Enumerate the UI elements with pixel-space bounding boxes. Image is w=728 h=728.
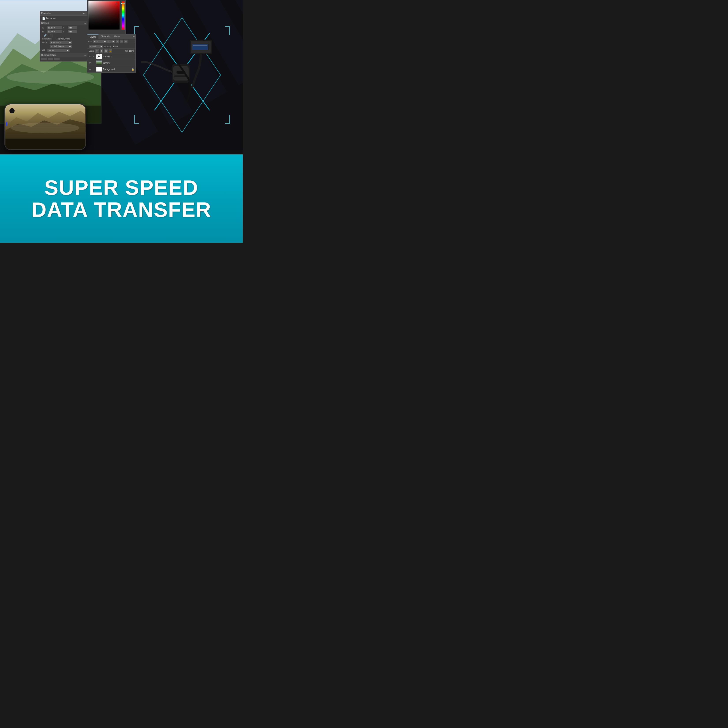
properties-title: Properties	[41, 12, 51, 15]
thumbnail-curves	[96, 54, 102, 59]
pixel-filter-btn[interactable]: ⬚	[107, 40, 111, 43]
svg-rect-40	[193, 44, 208, 50]
eye-icon-background[interactable]: 👁	[89, 68, 91, 70]
fill-value: 100%	[129, 50, 134, 52]
tab-layers[interactable]: Layers	[87, 34, 98, 39]
tab-paths[interactable]: Paths	[112, 34, 122, 39]
layers-tabs: Layers Channels Paths ≡	[87, 34, 135, 39]
tab-channels[interactable]: Channels	[98, 34, 112, 39]
svg-rect-41	[193, 45, 207, 46]
color-gradient-picker[interactable]	[88, 1, 120, 30]
y-label: Y	[63, 31, 67, 33]
height-input[interactable]	[47, 30, 62, 33]
title-line1: SUPER SPEED	[44, 177, 198, 198]
fill-label: Fill:	[125, 50, 128, 52]
layer-name-background: Background	[103, 68, 130, 70]
fill-dropdown[interactable]: White	[47, 49, 69, 52]
layer-name-layer1: Layer 1	[103, 62, 134, 64]
rulers-content	[40, 57, 87, 61]
adjustment-filter-btn[interactable]: ◑	[112, 40, 115, 43]
fx-icon-background	[92, 68, 95, 70]
kind-label: Kind	[88, 40, 92, 43]
svg-rect-20	[98, 54, 99, 55]
width-label: W	[42, 27, 47, 29]
resolution-label: Resolution:	[42, 38, 55, 40]
svg-point-32	[9, 108, 15, 113]
mode-dropdown[interactable]: RGB Color	[50, 41, 72, 44]
height-label: H	[42, 31, 47, 33]
layer-item-background[interactable]: 👁 Background 🔒	[87, 66, 135, 73]
fill-row: Fill White	[41, 48, 86, 52]
lock-all-btn[interactable]: 🔒	[109, 49, 112, 53]
led-indicator	[6, 122, 7, 126]
document-row: 📄 Document	[41, 17, 86, 20]
bits-row: 8 Bits/Channel	[41, 44, 86, 48]
y-input[interactable]	[68, 30, 77, 33]
resolution-value: 72 pixels/inch	[56, 38, 70, 40]
layers-toolbar: Kind Kind ⬚ ◑ T ▭ ◎	[87, 39, 135, 44]
layers-panel: Layers Channels Paths ≡ Kind Kind ⬚ ◑ T …	[87, 34, 136, 73]
dimensions-row: W X	[41, 26, 86, 30]
canvas-section-header: Canvas ▴	[40, 21, 87, 25]
bits-dropdown[interactable]: 8 Bits/Channel	[50, 45, 72, 48]
link-row: 🔗 ⬚ ⬛	[41, 34, 86, 37]
svg-rect-25	[96, 61, 102, 65]
svg-rect-21	[99, 54, 100, 55]
thumbnail-layer1	[96, 60, 102, 65]
opacity-label: Opacity:	[104, 45, 112, 47]
color-picker-panel	[87, 0, 126, 34]
rulers-grids-label: Rulers & Grids	[41, 54, 56, 56]
hue-slider[interactable]	[122, 1, 125, 30]
svg-rect-26	[96, 67, 102, 72]
layer-name-curves: Curves 1	[103, 55, 134, 58]
lock-artboard-btn[interactable]: ⊞	[104, 49, 108, 53]
properties-panel: Properties » ≡ 📄 Document Canvas ▴ W X H	[40, 11, 87, 61]
opacity-value: 100%	[113, 45, 118, 47]
smart-filter-btn[interactable]: ◎	[124, 40, 127, 43]
collapse-icon: ▴	[84, 22, 86, 24]
width-input[interactable]	[47, 26, 62, 29]
smartphone	[5, 104, 86, 150]
smartphone-screen	[5, 104, 86, 149]
svg-rect-31	[6, 139, 85, 149]
x-label: X	[63, 27, 67, 29]
height-row: H Y	[41, 30, 86, 34]
fx-icon-layer1	[92, 61, 95, 64]
svg-rect-23	[96, 55, 98, 57]
canvas-content: W X H Y 🔗 ⬚ ⬛ Resolution: 72 pixels/inch	[40, 25, 87, 53]
kind-dropdown[interactable]: Kind	[93, 40, 107, 43]
document-label: Document	[46, 17, 56, 20]
locks-label: Locks:	[89, 50, 95, 52]
eye-icon-layer1[interactable]: 👁	[89, 61, 91, 64]
layers-locks-row: Locks: ⬚ ✥ ⊞ 🔒 Fill: 100%	[87, 49, 135, 54]
usb-connector-area	[135, 22, 234, 121]
gradient-inner	[89, 2, 119, 29]
lock-pixel-btn[interactable]: ⬚	[95, 49, 99, 53]
layer-item-layer1[interactable]: 👁 Layer 1	[87, 60, 135, 66]
bottom-section: SUPER SPEED DATA TRANSFER	[0, 154, 243, 243]
svg-rect-19	[96, 54, 98, 55]
lock-position-btn[interactable]: ✥	[100, 49, 103, 53]
blend-mode-dropdown[interactable]: Normal	[89, 45, 103, 48]
thumbnail-background	[96, 67, 102, 72]
background-lock-icon: 🔒	[132, 68, 134, 70]
fx-icon-curves: fx	[92, 55, 95, 58]
properties-panel-header: Properties » ≡	[40, 11, 87, 16]
svg-rect-24	[98, 55, 99, 57]
svg-point-17	[7, 70, 94, 84]
svg-point-30	[11, 123, 80, 133]
hue-cursor	[121, 3, 125, 4]
expand-icon: » ≡	[83, 12, 86, 15]
title-line2: DATA TRANSFER	[31, 199, 211, 220]
mode-row: Mode RGB Color	[41, 40, 86, 44]
canvas-label: Canvas	[41, 22, 49, 24]
text-filter-btn[interactable]: T	[116, 40, 119, 43]
layers-blend-row: Normal Opacity: 100%	[87, 44, 135, 49]
layer-item-curves[interactable]: 👁 fx Curves 1	[87, 54, 135, 60]
mode-label: Mode	[42, 41, 49, 43]
shape-filter-btn[interactable]: ▭	[120, 40, 123, 43]
resolution-row: Resolution: 72 pixels/inch	[41, 37, 86, 40]
x-input[interactable]	[68, 26, 77, 29]
rulers-grids-header: Rulers & Grids ▴	[40, 53, 87, 57]
eye-icon-curves[interactable]: 👁	[89, 55, 91, 58]
